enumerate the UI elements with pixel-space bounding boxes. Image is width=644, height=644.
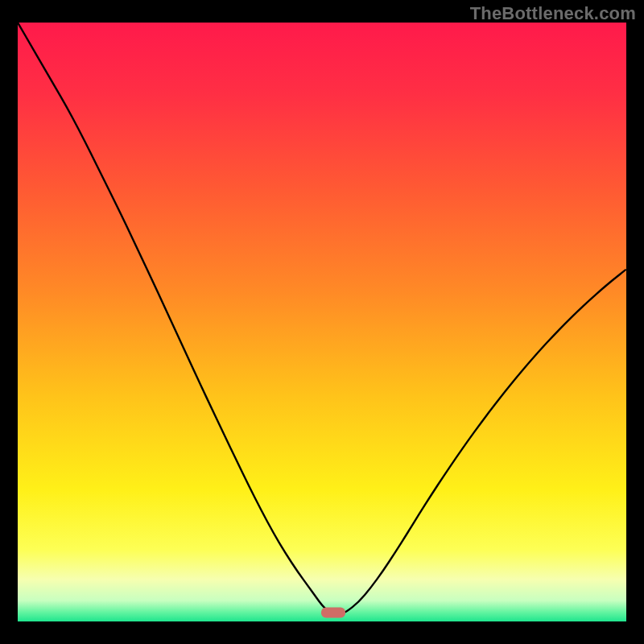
- plot-svg: [18, 23, 626, 621]
- plot-area: [18, 23, 626, 621]
- optimal-marker: [321, 607, 345, 617]
- gradient-background: [18, 23, 626, 621]
- watermark-text: TheBottleneck.com: [470, 3, 636, 24]
- chart-frame: TheBottleneck.com: [0, 0, 644, 644]
